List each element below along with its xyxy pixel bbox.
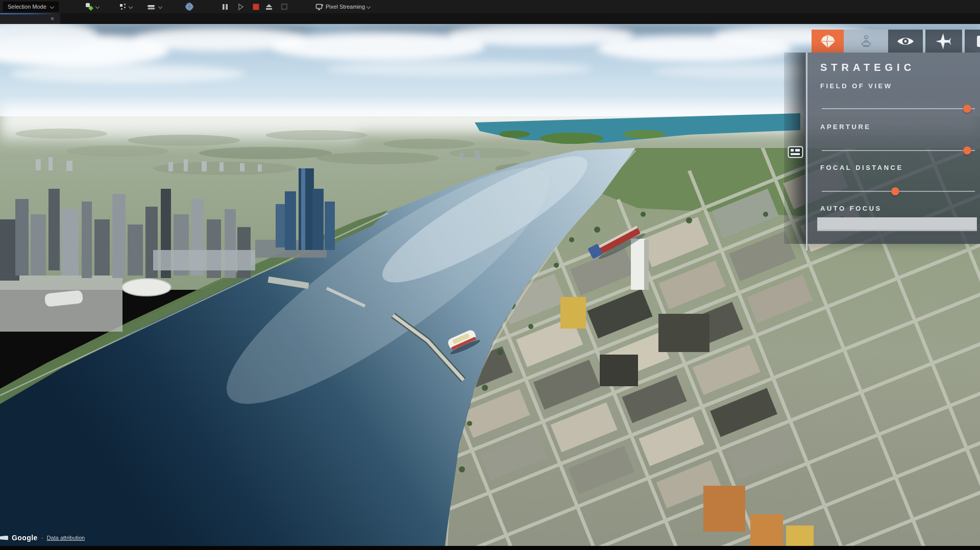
platform-add-icon xyxy=(85,2,94,11)
selection-mode-label: Selection Mode xyxy=(8,4,46,10)
google-logo: Google xyxy=(12,534,38,542)
attribution-fragment xyxy=(0,536,8,540)
slider-track[interactable] xyxy=(822,150,975,151)
slider-handle[interactable] xyxy=(963,146,971,155)
frame-button[interactable] xyxy=(281,1,288,12)
slider-handle[interactable] xyxy=(963,105,971,113)
transform-gizmo-icon xyxy=(118,3,127,11)
tab-character[interactable] xyxy=(844,30,888,53)
layers-icon xyxy=(147,3,157,11)
eject-icon xyxy=(265,3,273,11)
attribution-separator: · xyxy=(41,534,43,541)
flight-mode-button[interactable] xyxy=(925,30,962,53)
chevron-down-icon xyxy=(51,5,54,9)
close-icon[interactable]: × xyxy=(51,16,54,22)
globe-icon xyxy=(185,2,194,11)
map-attribution: Google · Data attribution xyxy=(0,532,85,544)
viewport-tab-strip: × xyxy=(0,13,980,24)
field-of-view-slider[interactable] xyxy=(822,104,975,113)
chevron-down-icon xyxy=(129,5,133,9)
bottom-strip xyxy=(0,546,980,550)
slider-track[interactable] xyxy=(822,108,975,109)
platform-add-button[interactable] xyxy=(85,1,100,12)
play-button[interactable] xyxy=(237,1,244,12)
tab-strategic[interactable] xyxy=(812,30,844,53)
auto-focus-label: AUTO FOCUS xyxy=(820,205,882,212)
focal-distance-slider[interactable] xyxy=(822,187,975,195)
frame-icon xyxy=(281,3,288,10)
pixel-streaming-icon xyxy=(315,3,324,11)
visibility-button[interactable] xyxy=(888,30,923,53)
aperture-slider[interactable] xyxy=(822,146,975,155)
plane-icon xyxy=(935,32,953,51)
tab-overflow[interactable] xyxy=(965,30,980,53)
play-icon xyxy=(237,3,244,11)
main-toolbar: Selection Mode xyxy=(0,0,980,13)
data-attribution-link[interactable]: Data attribution xyxy=(47,535,85,541)
camera-panel-tabs xyxy=(812,30,980,53)
aperture-label: APERTURE xyxy=(820,123,871,131)
panel-left-edge xyxy=(806,53,807,251)
partial-tab-icon xyxy=(977,36,980,47)
character-icon xyxy=(859,34,874,49)
application-window: Selection Mode xyxy=(0,0,980,550)
layers-button[interactable] xyxy=(147,1,162,12)
eye-icon xyxy=(896,35,915,47)
field-of-view-label: FIELD OF VIEW xyxy=(820,82,893,90)
pause-button[interactable] xyxy=(222,1,229,12)
pixel-streaming-label: Pixel Streaming xyxy=(326,4,365,10)
viewport-tab[interactable]: × xyxy=(0,13,60,24)
tab-separator xyxy=(923,30,925,53)
pause-icon xyxy=(222,3,229,11)
focal-distance-label: FOCAL DISTANCE xyxy=(820,164,903,171)
record-stop-button[interactable] xyxy=(252,1,260,12)
globe-button[interactable] xyxy=(185,1,194,12)
transform-gizmo-button[interactable] xyxy=(118,1,133,12)
chevron-down-icon xyxy=(367,5,371,9)
eject-button[interactable] xyxy=(265,1,273,12)
pixel-streaming-dropdown[interactable]: Pixel Streaming xyxy=(315,1,371,12)
chevron-down-icon xyxy=(159,5,162,9)
auto-focus-toggle[interactable] xyxy=(817,217,977,231)
camera-settings-panel: STRATEGIC FIELD OF VIEW APERTURE FOCAL D… xyxy=(805,53,980,244)
selection-mode-dropdown[interactable]: Selection Mode xyxy=(3,1,59,12)
slider-handle[interactable] xyxy=(891,187,899,195)
panel-collapse-handle[interactable] xyxy=(788,146,803,158)
panel-title: STRATEGIC xyxy=(820,62,915,73)
strategic-gem-icon xyxy=(819,33,837,49)
chevron-down-icon xyxy=(96,5,100,9)
record-stop-icon xyxy=(252,3,260,11)
